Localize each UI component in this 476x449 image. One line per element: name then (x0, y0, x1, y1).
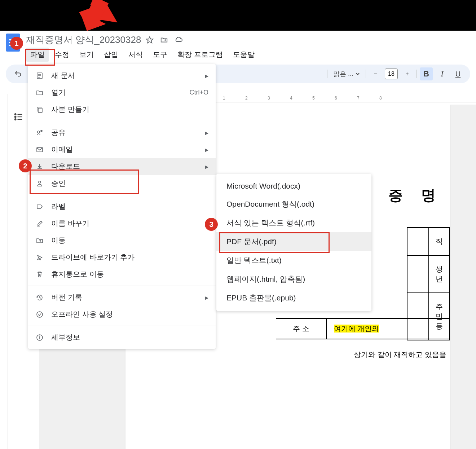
download-submenu: Microsoft Word(.docx) OpenDocument 형식(.o… (216, 174, 371, 311)
menu-approve[interactable]: 승인 (28, 175, 216, 192)
submenu-arrow-icon: ▸ (205, 145, 208, 154)
copy-icon (35, 105, 44, 114)
rename-icon (35, 219, 44, 228)
font-size-input[interactable] (385, 69, 398, 79)
vertical-ruler (1, 94, 8, 449)
download-icon (35, 162, 44, 171)
star-icon[interactable] (145, 36, 154, 44)
toolbar-separator (366, 70, 366, 78)
font-family-select[interactable]: 맑은 ... (330, 70, 363, 78)
menu-view[interactable]: 보기 (75, 48, 98, 62)
menu-label[interactable]: 라벨 (28, 198, 216, 215)
move-icon (35, 236, 44, 245)
download-pdf[interactable]: PDF 문서(.pdf) (216, 232, 371, 251)
approve-icon (35, 179, 44, 188)
svg-point-16 (38, 131, 40, 133)
annotation-badge-3: 3 (205, 218, 218, 231)
cloud-status-icon[interactable] (174, 36, 183, 44)
svg-point-7 (15, 116, 16, 118)
address-label: 주 소 (276, 319, 327, 339)
download-rtf[interactable]: 서식 있는 텍스트 형식(.rtf) (216, 214, 371, 232)
menu-trash[interactable]: 휴지통으로 이동 (28, 266, 216, 283)
submenu-arrow-icon: ▸ (205, 128, 208, 137)
svg-point-9 (15, 119, 16, 120)
menu-edit[interactable]: 수정 (50, 48, 74, 62)
menu-new-doc[interactable]: 새 문서 ▸ (28, 67, 216, 84)
download-docx[interactable]: Microsoft Word(.docx) (216, 177, 371, 195)
annotation-badge-2: 2 (19, 159, 32, 172)
download-odt[interactable]: OpenDocument 형식(.odt) (216, 195, 371, 214)
menu-tools[interactable]: 도구 (149, 48, 172, 62)
annotation-badge-1: 1 (10, 37, 23, 50)
toolbar-separator (416, 70, 417, 78)
undo-button[interactable] (12, 67, 25, 80)
menu-add-shortcut[interactable]: 드라이브에 바로가기 추가 (28, 249, 216, 266)
submenu-arrow-icon: ▸ (205, 293, 208, 302)
svg-rect-15 (38, 108, 42, 113)
menu-offline[interactable]: 오프라인 사용 설정 (28, 306, 216, 323)
download-txt[interactable]: 일반 텍스트(.txt) (216, 251, 371, 270)
menu-separator (28, 121, 216, 121)
label-icon (35, 202, 44, 211)
font-size-decrease[interactable]: − (369, 67, 382, 80)
menu-make-copy[interactable]: 사본 만들기 (28, 101, 216, 118)
trash-icon (35, 270, 44, 279)
download-epub[interactable]: EPUB 출판물(.epub) (216, 289, 371, 307)
menu-help[interactable]: 도움말 (229, 48, 259, 62)
svg-point-29 (39, 336, 40, 336)
menu-file[interactable]: 파일 (26, 48, 49, 62)
italic-button[interactable]: I (436, 67, 449, 80)
svg-point-21 (39, 181, 41, 183)
menu-share[interactable]: 공유 ▸ (28, 124, 216, 141)
new-doc-icon (35, 71, 44, 80)
toolbar-separator (327, 70, 327, 78)
file-menu-dropdown: 새 문서 ▸ 열기 Ctrl+O 사본 만들기 공유 ▸ 이메일 ▸ 다운로드 … (28, 64, 216, 349)
underline-button[interactable]: U (451, 67, 464, 80)
offline-icon (35, 310, 44, 319)
download-html[interactable]: 웹페이지(.html, 압축됨) (216, 270, 371, 289)
menu-rename[interactable]: 이름 바꾸기 (28, 215, 216, 232)
menu-email[interactable]: 이메일 ▸ (28, 141, 216, 158)
svg-point-26 (37, 312, 43, 317)
svg-marker-4 (146, 36, 153, 43)
menu-version-history[interactable]: 버전 기록 ▸ (28, 289, 216, 306)
folder-icon (35, 88, 44, 97)
annotation-arrow (65, 0, 123, 40)
menu-open[interactable]: 열기 Ctrl+O (28, 84, 216, 101)
share-icon (35, 128, 44, 137)
doc-address-row: 주 소 여기에 개인의 (276, 318, 450, 339)
menu-extensions[interactable]: 확장 프로그램 (173, 48, 227, 62)
shortcut-icon (35, 253, 44, 262)
menu-format[interactable]: 서식 (124, 48, 147, 62)
move-folder-icon[interactable] (160, 36, 168, 44)
font-size-increase[interactable]: + (401, 67, 414, 80)
doc-heading: 증 명 (388, 185, 443, 205)
doc-bottom-text: 상기와 같이 재직하고 있음을 (354, 350, 446, 360)
submenu-arrow-icon: ▸ (205, 162, 208, 171)
menu-move[interactable]: 이동 (28, 232, 216, 249)
bold-button[interactable]: B (420, 67, 433, 80)
address-value: 여기에 개인의 (327, 319, 387, 339)
menu-download[interactable]: 다운로드 ▸ (28, 158, 216, 175)
history-icon (35, 293, 44, 302)
svg-point-5 (15, 114, 16, 115)
menu-separator (28, 326, 216, 326)
menu-bar: 파일 수정 보기 삽입 서식 도구 확장 프로그램 도움말 (26, 48, 470, 62)
info-icon (35, 333, 44, 342)
email-icon (35, 145, 44, 154)
menu-insert[interactable]: 삽입 (100, 48, 123, 62)
menu-separator (28, 286, 216, 286)
submenu-arrow-icon: ▸ (205, 71, 208, 80)
menu-separator (28, 195, 216, 195)
menu-details[interactable]: 세부정보 (28, 329, 216, 346)
outline-toggle[interactable] (11, 109, 27, 125)
